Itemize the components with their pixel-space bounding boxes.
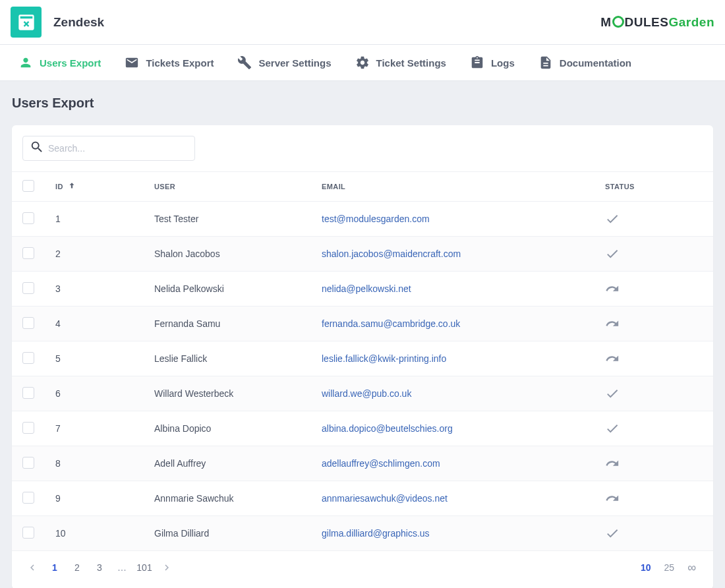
table-row: 2Shalon Jacobosshalon.jacobos@maidencraf… — [12, 237, 713, 272]
nav-label: Server Settings — [258, 57, 331, 69]
table-row: 7Albina Dopicoalbina.dopico@beutelschies… — [12, 411, 713, 446]
cell-email: test@modulesgarden.com — [311, 202, 594, 237]
email-link[interactable]: annmariesawchuk@videos.net — [322, 493, 448, 504]
topbar: Zendesk MDULESGarden — [0, 0, 725, 45]
pagination-ellipsis: ... — [112, 562, 132, 573]
page-title: Users Export — [12, 96, 713, 111]
email-link[interactable]: nelida@pelkowski.net — [322, 283, 411, 294]
cell-id: 5 — [45, 341, 144, 376]
cell-email: shalon.jacobos@maidencraft.com — [311, 237, 594, 272]
row-checkbox[interactable] — [22, 527, 34, 539]
page-size-all[interactable]: ∞ — [687, 561, 696, 575]
row-checkbox[interactable] — [22, 492, 34, 504]
search-box[interactable] — [22, 136, 195, 161]
cell-user: Nelida Pelkowski — [144, 272, 311, 307]
wrench-icon — [237, 55, 252, 70]
pagination-next[interactable] — [157, 558, 177, 577]
email-link[interactable]: albina.dopico@beutelschies.org — [322, 423, 453, 434]
select-all-checkbox[interactable] — [22, 180, 34, 192]
check-icon — [605, 212, 703, 226]
cell-user: Adell Auffrey — [144, 446, 311, 481]
clipboard-icon — [470, 55, 484, 70]
nav-item-tickets-export[interactable]: Tickets Export — [113, 45, 225, 80]
refresh-icon — [605, 491, 703, 506]
cell-id: 4 — [45, 307, 144, 341]
page-size-10[interactable]: 10 — [641, 562, 651, 573]
page-size-25[interactable]: 25 — [664, 562, 675, 573]
email-link[interactable]: leslie.fallick@kwik-printing.info — [322, 353, 446, 364]
cell-user: Albina Dopico — [144, 411, 311, 446]
brand-logo[interactable]: MDULESGarden — [600, 15, 714, 30]
refresh-icon — [605, 316, 703, 331]
cell-user: Gilma Dilliard — [144, 516, 311, 551]
check-icon — [605, 526, 703, 541]
users-table: ID USER EMAIL STATUS 1Test Testertest@mo… — [12, 171, 713, 551]
nav-item-ticket-settings[interactable]: Ticket Settings — [343, 45, 458, 80]
app-title: Zendesk — [53, 15, 104, 30]
nav-label: Ticket Settings — [376, 57, 446, 69]
cell-id: 6 — [45, 376, 144, 411]
email-link[interactable]: fernanda.samu@cambridge.co.uk — [322, 318, 460, 329]
app-logo — [11, 7, 42, 38]
check-icon — [605, 421, 703, 436]
cell-email: albina.dopico@beutelschies.org — [311, 411, 594, 446]
cell-id: 9 — [45, 481, 144, 516]
col-header-user[interactable]: USER — [144, 172, 311, 202]
navbar: Users ExportTickets ExportServer Setting… — [0, 45, 725, 81]
user-icon — [18, 55, 33, 70]
nav-item-logs[interactable]: Logs — [458, 45, 527, 80]
row-checkbox[interactable] — [22, 282, 34, 294]
check-icon — [605, 247, 703, 261]
nav-item-users-export[interactable]: Users Export — [7, 45, 113, 80]
row-checkbox[interactable] — [22, 422, 34, 434]
email-link[interactable]: adellauffrey@schlimgen.com — [322, 458, 440, 469]
page-size-selector: 1025∞ — [641, 561, 703, 575]
nav-label: Tickets Export — [146, 57, 214, 69]
refresh-icon — [605, 351, 703, 366]
cell-user: Shalon Jacobos — [144, 237, 311, 272]
table-row: 9Annmarie Sawchukannmariesawchuk@videos.… — [12, 481, 713, 516]
row-checkbox[interactable] — [22, 247, 34, 259]
cell-user: Fernanda Samu — [144, 307, 311, 341]
pagination-prev[interactable] — [22, 558, 42, 577]
search-icon — [30, 140, 48, 157]
cell-email: adellauffrey@schlimgen.com — [311, 446, 594, 481]
table-row: 8Adell Auffreyadellauffrey@schlimgen.com — [12, 446, 713, 481]
row-checkbox[interactable] — [22, 317, 34, 329]
refresh-icon — [605, 281, 703, 296]
users-card: ID USER EMAIL STATUS 1Test Testertest@mo… — [12, 125, 713, 588]
cell-email: leslie.fallick@kwik-printing.info — [311, 341, 594, 376]
nav-label: Logs — [491, 57, 515, 69]
col-header-id[interactable]: ID — [45, 172, 144, 202]
col-header-status[interactable]: STATUS — [594, 172, 713, 202]
table-row: 1Test Testertest@modulesgarden.com — [12, 202, 713, 237]
email-link[interactable]: shalon.jacobos@maidencraft.com — [322, 249, 461, 259]
row-checkbox[interactable] — [22, 387, 34, 399]
cell-email: nelida@pelkowski.net — [311, 272, 594, 307]
table-footer: 123...101 1025∞ — [12, 551, 713, 585]
pagination-page-3[interactable]: 3 — [90, 558, 109, 577]
cell-email: willard.we@pub.co.uk — [311, 376, 594, 411]
pagination-page-2[interactable]: 2 — [67, 558, 87, 577]
arrow-up-icon — [67, 181, 76, 192]
nav-item-server-settings[interactable]: Server Settings — [225, 45, 343, 80]
nav-item-documentation[interactable]: Documentation — [527, 45, 643, 80]
page-body: Users Export ID USER EMA — [0, 81, 725, 588]
table-row: 3Nelida Pelkowskinelida@pelkowski.net — [12, 272, 713, 307]
nav-label: Users Export — [40, 57, 101, 69]
email-link[interactable]: willard.we@pub.co.uk — [322, 388, 411, 399]
check-icon — [605, 386, 703, 401]
col-header-email[interactable]: EMAIL — [311, 172, 594, 202]
pagination: 123...101 — [22, 558, 177, 577]
document-icon — [538, 55, 553, 70]
row-checkbox[interactable] — [22, 352, 34, 364]
table-row: 10Gilma Dilliardgilma.dilliard@graphics.… — [12, 516, 713, 551]
email-link[interactable]: gilma.dilliard@graphics.us — [322, 528, 430, 539]
row-checkbox[interactable] — [22, 457, 34, 469]
cell-user: Willard Westerbeck — [144, 376, 311, 411]
email-link[interactable]: test@modulesgarden.com — [322, 214, 430, 224]
search-input[interactable] — [48, 143, 188, 154]
pagination-page-101[interactable]: 101 — [134, 558, 154, 577]
row-checkbox[interactable] — [22, 212, 34, 224]
pagination-page-1[interactable]: 1 — [45, 558, 65, 577]
